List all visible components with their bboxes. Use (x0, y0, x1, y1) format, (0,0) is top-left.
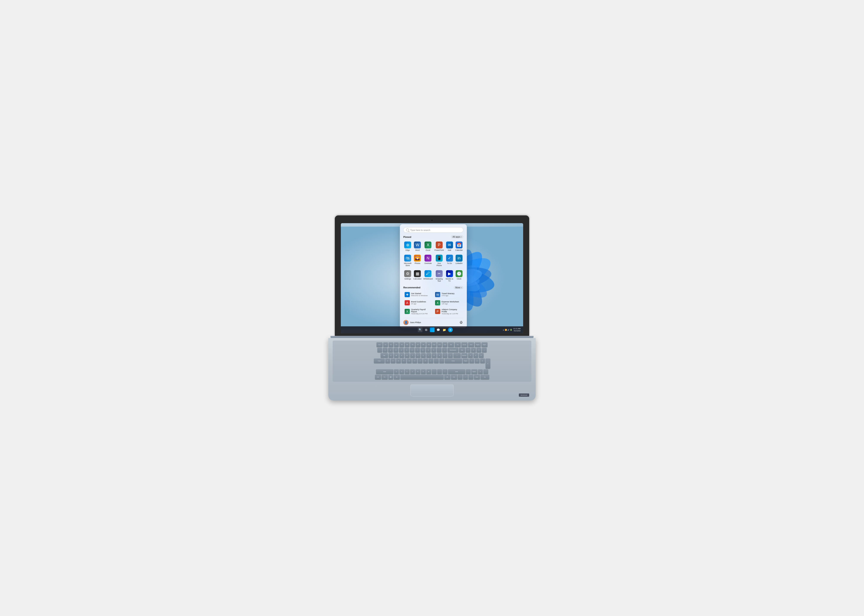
key-6[interactable]: 6 (410, 348, 415, 352)
key-numpad-enter[interactable]: ↵ (486, 358, 490, 369)
key-numpad-6[interactable]: 6 (479, 353, 484, 358)
key-numpad-end[interactable]: End (474, 375, 480, 379)
key-slash[interactable]: / (443, 369, 447, 374)
key-i[interactable]: I (426, 353, 431, 358)
key-f2[interactable]: F2 (389, 342, 393, 347)
key-numpad-5[interactable]: 5 (473, 353, 478, 358)
pinned-app-item[interactable]: 🌄Photos (413, 253, 422, 268)
key-3[interactable]: 3 (394, 348, 398, 352)
key-v[interactable]: V (410, 369, 415, 374)
pinned-app-item[interactable]: ⚙Settings (403, 269, 412, 283)
key-numlock[interactable]: NumLk (461, 353, 467, 358)
pinned-app-item[interactable]: ▦Calculator (413, 269, 422, 283)
key-rbracket[interactable]: ] (448, 353, 453, 358)
key-c[interactable]: C (405, 369, 410, 374)
recommended-item[interactable]: PAdatum Company ProfileYesterday at 1:15… (434, 307, 464, 316)
key-end[interactable]: End (468, 342, 474, 347)
key-x[interactable]: X (399, 369, 404, 374)
key-numpad-2[interactable]: 2 (475, 358, 479, 363)
key-comma[interactable]: , (432, 369, 437, 374)
key-w[interactable]: W (394, 353, 399, 358)
key-f6[interactable]: F6 (410, 342, 415, 347)
key-f5[interactable]: F5 (405, 342, 410, 347)
key-pgup[interactable]: PgUp (475, 342, 481, 347)
pinned-app-item[interactable]: WWord (413, 240, 422, 253)
key-space[interactable] (400, 375, 444, 379)
key-lbracket[interactable]: [ (443, 353, 447, 358)
pinned-app-item[interactable]: inLinkedIn (455, 253, 464, 268)
pinned-app-item[interactable]: ⊕Edge (403, 240, 412, 253)
taskbar-edge-icon[interactable]: 🌐 (430, 327, 435, 332)
key-arrow-up[interactable]: ↑ (466, 369, 471, 374)
key-q[interactable]: Q (389, 353, 393, 358)
key-home[interactable]: Home (461, 342, 467, 347)
recommended-item[interactable]: WTravel Itinerary17m ago (434, 291, 464, 298)
taskbar-file-explorer-button[interactable]: 📁 (442, 327, 447, 332)
key-8[interactable]: 8 (421, 348, 425, 352)
key-arrow-right[interactable]: → (468, 375, 473, 379)
key-r[interactable]: R (405, 353, 410, 358)
key-numpad-plus[interactable]: + (482, 348, 487, 352)
pinned-app-item[interactable]: PPowerPoint (434, 240, 444, 253)
key-arrow-left[interactable]: ← (458, 375, 462, 379)
pinned-app-item[interactable]: 🛍Microsoft Store (403, 253, 412, 268)
key-h[interactable]: H (412, 358, 417, 363)
key-ctrl-right[interactable]: Ctrl (451, 375, 457, 379)
key-z[interactable]: Z (394, 369, 399, 374)
key-quote[interactable]: ' (439, 358, 444, 363)
key-n[interactable]: N (421, 369, 426, 374)
user-info[interactable]: 👤 Sara Philips (403, 320, 421, 325)
key-alt-right[interactable]: Alt (444, 375, 450, 379)
key-numpad-dot[interactable]: . (483, 369, 488, 374)
key-numpad-4[interactable]: 4 (468, 353, 473, 358)
key-numpad-3[interactable]: 3 (480, 358, 485, 363)
taskbar-chat-button[interactable]: 💬 (436, 327, 441, 332)
key-g[interactable]: G (407, 358, 412, 363)
key-f12[interactable]: F12 (443, 342, 447, 347)
key-numpad-del[interactable]: Del (459, 348, 465, 352)
key-4[interactable]: 4 (399, 348, 404, 352)
key-5[interactable]: 5 (404, 348, 409, 352)
pinned-app-item[interactable]: 🖊Whiteboard (423, 269, 433, 283)
key-pgdn[interactable]: PgDn (481, 342, 487, 347)
key-minus[interactable]: - (437, 348, 441, 352)
pinned-app-item[interactable]: ✉Mail (445, 240, 454, 253)
touchpad[interactable] (410, 384, 454, 396)
key-tab[interactable]: Tab (381, 353, 388, 358)
key-alt-left[interactable]: Alt (394, 375, 400, 379)
pinned-app-item[interactable]: 📱Your Phone (434, 253, 444, 268)
pinned-app-item[interactable]: NOneNote (423, 253, 433, 268)
key-j[interactable]: J (418, 358, 423, 363)
key-f7[interactable]: F7 (416, 342, 420, 347)
key-semicolon[interactable]: ; (434, 358, 439, 363)
key-ctrl-left[interactable]: Ctrl (375, 375, 381, 379)
key-f10[interactable]: F10 (432, 342, 437, 347)
taskbar-browser-icon[interactable]: ⊕ (448, 327, 453, 332)
key-numpad-0[interactable]: 0 (478, 369, 483, 374)
pinned-app-item[interactable]: ▶Movies & TV (445, 269, 454, 283)
key-fn[interactable]: Fn (382, 375, 388, 379)
pinned-app-item[interactable]: ✓To Do (445, 253, 454, 268)
key-s[interactable]: S (391, 358, 396, 363)
key-d[interactable]: D (396, 358, 401, 363)
key-f[interactable]: F (402, 358, 406, 363)
key-1[interactable]: 1 (383, 348, 388, 352)
key-f3[interactable]: F3 (394, 342, 399, 347)
key-7[interactable]: 7 (415, 348, 420, 352)
key-b[interactable]: B (416, 369, 420, 374)
recommended-item[interactable]: XExpense Worksheet12h ago (434, 299, 464, 306)
key-p[interactable]: P (437, 353, 442, 358)
key-a[interactable]: A (385, 358, 390, 363)
key-equals[interactable]: = (442, 348, 447, 352)
key-shift-left[interactable]: Shift (376, 369, 393, 374)
taskbar-task-view-button[interactable]: ⧉ (424, 327, 429, 332)
key-2[interactable]: 2 (388, 348, 393, 352)
more-button[interactable]: More › (454, 286, 464, 289)
key-win[interactable]: ⊞ (388, 375, 393, 379)
key-o[interactable]: O (432, 353, 437, 358)
pinned-app-item[interactable]: XExcel (423, 240, 433, 253)
key-numpad-7[interactable]: 7 (466, 348, 470, 352)
key-numpad-pgup[interactable]: PgUp (463, 358, 469, 363)
key-numpad-9[interactable]: 9 (476, 348, 481, 352)
taskbar-search-button[interactable]: 🔍 (418, 327, 423, 332)
